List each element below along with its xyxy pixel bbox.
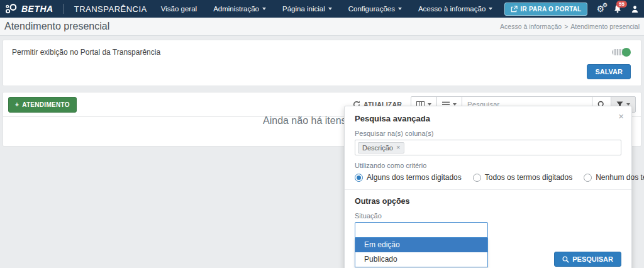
option-publicado[interactable]: Publicado	[355, 252, 487, 267]
portal-visibility-panel: Permitir exibição no Portal da Transparê…	[3, 40, 641, 86]
chevron-down-icon	[262, 8, 266, 10]
notification-count-badge: 55	[616, 1, 627, 8]
external-link-icon	[511, 6, 518, 13]
portal-visibility-toggle[interactable]	[612, 48, 631, 57]
close-icon[interactable]: ×	[618, 111, 624, 121]
portal-visibility-label: Permitir exibição no Portal da Transparê…	[12, 48, 160, 57]
chevron-down-icon	[398, 8, 402, 10]
notifications-bell-icon[interactable]: 55	[613, 4, 622, 13]
go-to-portal-button[interactable]: IR PARA O PORTAL	[504, 3, 588, 16]
column-tag-descricao: Descrição ×	[358, 142, 404, 154]
page-title: Atendimento presencial	[4, 21, 109, 32]
user-profile-icon[interactable]	[631, 5, 639, 13]
menu-item-configuracoes[interactable]: Configurações	[348, 5, 402, 13]
main-menu: Visão geral Administração Página inicial…	[161, 5, 493, 13]
breadcrumb-current: Atendimento presencial	[570, 23, 640, 30]
search-icon	[562, 256, 569, 263]
menu-item-pagina-inicial[interactable]: Página inicial	[282, 5, 332, 13]
save-button[interactable]: SALVAR	[587, 64, 631, 79]
toggle-knob	[622, 48, 631, 57]
page-header: Atendimento presencial Acesso à informaç…	[0, 18, 644, 36]
radio-button-icon	[473, 174, 481, 182]
chevron-down-icon	[328, 8, 332, 10]
navbar-actions: IR PARA O PORTAL ⚙⚙ 55	[504, 3, 639, 16]
tag-remove-icon[interactable]: ×	[396, 144, 400, 151]
add-attendance-button[interactable]: + ATENDIMENTO	[8, 97, 77, 113]
situation-label: Situação	[355, 212, 621, 220]
brand-name: BETHA	[21, 4, 53, 14]
option-em-edicao[interactable]: Em edição	[355, 238, 487, 252]
advanced-search-popup: Pesquisa avançada × Pesquisar na(s) colu…	[344, 106, 632, 268]
brand-divider	[64, 4, 64, 14]
plus-icon: +	[15, 101, 19, 108]
popup-title: Pesquisa avançada	[355, 114, 621, 123]
empty-list-message: Ainda não há itens	[263, 115, 347, 126]
brand-logo-group[interactable]: BETHA TRANSPARÊNCIA	[5, 3, 147, 15]
betha-logo-icon	[5, 3, 18, 15]
radio-button-icon	[355, 174, 363, 182]
radio-alguns-termos[interactable]: Alguns dos termos digitados	[355, 173, 462, 182]
popup-search-button[interactable]: PESQUISAR	[554, 252, 621, 267]
other-options-title: Outras opções	[355, 197, 621, 206]
product-name: TRANSPARÊNCIA	[74, 4, 147, 14]
top-navbar: BETHA TRANSPARÊNCIA Visão geral Administ…	[0, 0, 644, 18]
breadcrumb: Acesso à informação > Atendimento presen…	[500, 23, 640, 30]
settings-gears-icon[interactable]: ⚙⚙	[596, 4, 604, 13]
situation-option-list: Em edição Publicado	[355, 238, 488, 267]
breadcrumb-parent[interactable]: Acesso à informação	[500, 23, 562, 30]
situation-select[interactable]	[355, 222, 488, 238]
breadcrumb-separator: >	[564, 23, 568, 30]
columns-field-label: Pesquisar na(s) coluna(s)	[355, 130, 621, 137]
menu-item-administracao[interactable]: Administração	[213, 5, 266, 13]
menu-item-visao-geral[interactable]: Visão geral	[161, 5, 197, 13]
columns-tag-input[interactable]: Descrição ×	[355, 140, 621, 155]
criteria-radio-group: Alguns dos termos digitados Todos os ter…	[355, 173, 621, 182]
radio-nenhum-termos[interactable]: Nenhum dos termos digitados	[584, 173, 644, 182]
criteria-label: Utilizando como critério	[355, 162, 621, 169]
radio-todos-termos[interactable]: Todos os termos digitados	[473, 173, 572, 182]
popup-divider	[345, 189, 631, 190]
chevron-down-icon	[489, 8, 492, 10]
radio-button-icon	[584, 174, 592, 182]
menu-item-acesso-informacao[interactable]: Acesso à informação	[418, 5, 492, 13]
